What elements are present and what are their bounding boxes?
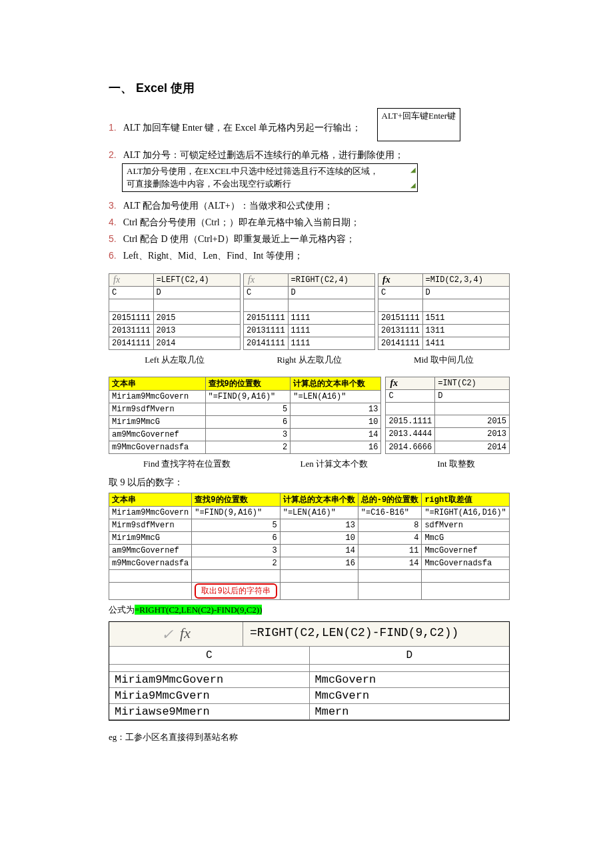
caption: Left 从左取几位: [145, 354, 205, 366]
cell: 1511: [422, 311, 509, 324]
formula-highlight: =RIGHT(C2,LEN(C2)-FIND(9,C2)): [135, 605, 262, 615]
cell: 20141111: [109, 337, 154, 349]
hdr: 文本串: [109, 493, 192, 506]
col-d: D: [310, 647, 510, 665]
cell: 3: [192, 544, 280, 557]
cell: 1111: [288, 337, 374, 349]
int-table: fx=INT(C2) CD 2015.11112015 2013.4444201…: [385, 377, 510, 454]
cell: m9MmcGovernadsfa: [109, 441, 206, 453]
tip-num: 1.: [109, 122, 117, 133]
cell: 10: [280, 531, 358, 544]
formula: =MID(C2,3,4): [422, 273, 509, 286]
col-c: C: [109, 647, 310, 665]
hdr-len: 计算总的文本串个数: [291, 377, 381, 390]
cell: 1111: [288, 311, 374, 324]
fx-icon: fx: [381, 275, 392, 285]
cell-formula: "=FIND(9,A16)": [205, 390, 291, 403]
hdr-find: 查找9的位置数: [205, 377, 291, 390]
cell: 2014: [435, 441, 510, 453]
col-c: C: [378, 286, 423, 299]
hdr: 计算总的文本串个数: [280, 493, 358, 506]
fx-icon: fx: [247, 275, 256, 285]
tip-num: 2.: [109, 149, 117, 160]
tips-list: 1.ALT 加回车键 Enter 键，在 Excel 单元格内另起一行输出； A…: [109, 107, 510, 263]
tip-num: 5.: [109, 233, 117, 244]
formula-line: 公式为=RIGHT(C2,LEN(C2)-FIND(9,C2)): [109, 604, 510, 616]
fx-icon: fx: [180, 625, 191, 641]
cell: 8: [358, 519, 422, 531]
cell: 5: [205, 403, 291, 415]
col-d: D: [288, 286, 374, 299]
tip-text: ALT 配合加号使用（ALT+）：当做求和公式使用；: [123, 201, 333, 211]
cell: 11: [358, 544, 422, 557]
tip-num: 6.: [109, 250, 117, 261]
cell: 2013: [153, 324, 240, 337]
cell: 10: [291, 415, 381, 428]
cell: Miriam9MmcGovern: [109, 506, 192, 519]
find-len-table: 文本串 查找9的位置数 计算总的文本串个数 Miriam9MmcGovern "…: [109, 377, 381, 454]
hdr: 总的-9的位置数: [358, 493, 422, 506]
cell: am9MmcGovernef: [109, 544, 192, 557]
formula: =RIGHT(C2,4): [288, 273, 374, 286]
cell: 6: [192, 531, 280, 544]
cell: 20141111: [378, 337, 423, 349]
cell: 4: [358, 531, 422, 544]
cell: sdfMvern: [422, 519, 510, 531]
tip-num: 3.: [109, 200, 117, 211]
cell: MmcGvern: [310, 688, 510, 704]
cell: m9MmcGovernadsfa: [109, 557, 192, 569]
right-table: fx=RIGHT(C2,4) CD 201511111111 201311111…: [243, 273, 375, 350]
caption: Find 查找字符在位置数: [143, 458, 231, 470]
caption-row-1: Left 从左取几位 Right 从左取几位 Mid 取中间几位: [109, 354, 510, 366]
take-after-9: 取 9 以后的数字：: [109, 477, 510, 489]
cell: "=FIND(9,A16)": [192, 506, 280, 519]
fx-icon: fx: [388, 378, 399, 389]
caption: Len 计算文本个数: [300, 458, 367, 470]
cell: 20131111: [244, 324, 289, 337]
cell: MmcGovernef: [422, 544, 510, 557]
cell: Mirm9sdfMvern: [109, 519, 192, 531]
cell: 2015.1111: [386, 415, 435, 428]
box1-text: ALT+回车键Enter键: [382, 111, 456, 121]
cell: 20151111: [109, 311, 154, 324]
cell: 20151111: [378, 311, 423, 324]
col-d: D: [153, 286, 240, 299]
three-tables: fx=LEFT(C2,4) CD 201511112015 2013111120…: [109, 269, 510, 351]
mid-table: fx=MID(C2,3,4) CD 201511111511 201311111…: [378, 273, 510, 350]
box2a: ALT加分号使用，在EXCEL中只选中经过筛选且行不连续的区域，: [127, 166, 378, 176]
hdr: 查找9的位置数: [192, 493, 280, 506]
caption: Mid 取中间几位: [414, 354, 474, 366]
page-heading: 一、 Excel 使用: [109, 80, 510, 96]
cell: "=LEN(A16)": [280, 506, 358, 519]
eg-note: eg：工参小区名直接得到基站名称: [109, 731, 510, 743]
hdr-text: 文本串: [109, 377, 206, 390]
cell: Miriam9MmcGovern: [109, 672, 310, 688]
col-d: D: [435, 389, 510, 402]
cell: 6: [205, 415, 291, 428]
hdr: right取差值: [422, 493, 510, 506]
col-d: D: [422, 286, 509, 299]
cell: Mirim9MmcG: [109, 415, 206, 428]
cell: 20141111: [244, 337, 289, 349]
cell: 14: [280, 544, 358, 557]
tip-text: Left、Right、Mid、Len、Find、Int 等使用；: [123, 251, 303, 261]
check-icon: ✓: [161, 626, 173, 643]
cell: 13: [291, 403, 381, 415]
big-formula-panel: ✓fx =RIGHT(C2,LEN(C2)-FIND(9,C2)) C D Mi…: [109, 621, 510, 721]
diff-table: 文本串 查找9的位置数 计算总的文本串个数 总的-9的位置数 right取差值 …: [109, 493, 510, 600]
caption-row-2: Find 查找字符在位置数 Len 计算文本个数 Int 取整数: [109, 458, 510, 470]
cell: 14: [358, 557, 422, 569]
inset-box-1: ALT+回车键Enter键: [377, 108, 461, 141]
cell: MmcGovernadsfa: [422, 557, 510, 569]
fx-icon: fx: [112, 275, 121, 285]
tip-text: ALT 加分号：可锁定经过删选后不连续行的单元格，进行删除使用；: [123, 150, 404, 160]
formula-label: 公式为: [109, 605, 135, 615]
cell: "=RIGHT(A16,D16)": [422, 506, 510, 519]
cell-formula: "=LEN(A16)": [291, 390, 381, 403]
red-callout: 取出9以后的字符串: [195, 583, 277, 599]
cell: 20151111: [244, 311, 289, 324]
cell: 16: [291, 441, 381, 453]
tip-text: Ctrl 配合 D 使用（Ctrl+D）即重复最近上一单元格内容；: [123, 234, 355, 244]
cell: Mmern: [310, 704, 510, 720]
cell: 1311: [422, 324, 509, 337]
